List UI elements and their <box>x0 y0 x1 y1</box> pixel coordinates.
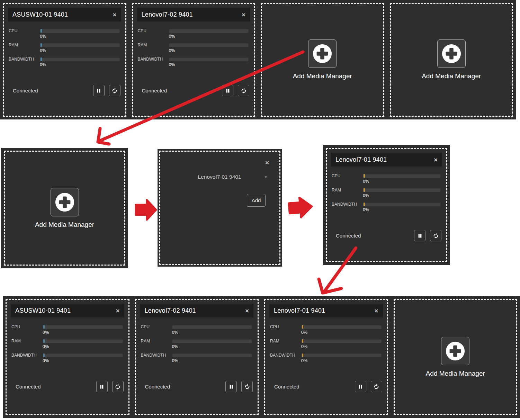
metric-row: CPU 0% <box>332 173 441 187</box>
metric-row: CPU 0% <box>138 28 250 42</box>
metric-label: BANDWIDTH <box>141 353 166 358</box>
metric-value: 0% <box>172 330 178 335</box>
progress-bar <box>40 29 120 33</box>
add-media-manager-button[interactable] <box>308 39 337 68</box>
refresh-button[interactable] <box>430 230 441 241</box>
metric-value: 0% <box>363 193 369 198</box>
progress-bar <box>43 353 123 357</box>
annotation-block-arrow-right <box>136 200 156 220</box>
add-media-manager-button[interactable] <box>437 39 466 68</box>
card-header: LenovoI7-02 9401 × <box>137 8 250 21</box>
manager-select-value: LenovoI7-01 9401 <box>175 174 264 180</box>
progress-bar <box>169 57 249 61</box>
refresh-button[interactable] <box>371 381 382 392</box>
add-media-manager-label: Add Media Manager <box>293 72 352 80</box>
card-footer: Connected <box>142 85 250 96</box>
manager-select[interactable]: LenovoI7-01 9401 ▼ <box>175 172 268 181</box>
plus-icon <box>441 44 461 64</box>
pause-button[interactable] <box>414 230 425 241</box>
metric-label: RAM <box>141 339 150 343</box>
metric-row: CPU 0% <box>11 324 124 338</box>
metric-row: BANDWIDTH 0% <box>141 352 253 367</box>
progress-bar <box>172 339 252 343</box>
metric-label: BANDWIDTH <box>9 57 34 62</box>
manager-title: LenovoI7-01 9401 <box>274 307 325 314</box>
add-media-manager-label: Add Media Manager <box>426 370 485 377</box>
metric-value: 0% <box>172 358 178 363</box>
close-icon[interactable]: × <box>113 11 116 18</box>
refresh-button[interactable] <box>238 85 249 96</box>
add-manager-card: Add Media Manager <box>258 0 387 119</box>
metric-value: 0% <box>169 48 175 53</box>
progress-tick <box>43 339 45 343</box>
refresh-button[interactable] <box>109 85 120 96</box>
progress-tick <box>41 43 42 47</box>
metric-label: CPU <box>141 324 150 329</box>
status-text: Connected <box>274 384 299 390</box>
close-icon[interactable]: × <box>116 307 119 314</box>
metric-value: 0% <box>169 34 175 39</box>
annotation-block-arrow-right <box>288 196 313 218</box>
metric-value: 0% <box>43 344 49 349</box>
metric-value: 0% <box>363 179 369 184</box>
status-text: Connected <box>145 384 170 390</box>
progress-bar <box>40 43 120 47</box>
manager-card: LenovoI7-02 9401 × CPU 0% RAM 0% <box>132 296 262 418</box>
metric-row: RAM 0% <box>9 42 120 56</box>
pause-button[interactable] <box>225 381 237 392</box>
metric-row: RAM 0% <box>138 42 250 56</box>
manager-title: ASUSW10-01 9401 <box>15 307 71 314</box>
metric-row: RAM 0% <box>141 338 253 352</box>
card-header: LenovoI7-02 9401 × <box>140 304 254 318</box>
pause-icon <box>358 384 363 389</box>
metric-row: CPU 0% <box>141 324 253 338</box>
close-icon[interactable]: × <box>242 11 245 18</box>
metric-row: BANDWIDTH 0% <box>332 202 441 216</box>
metrics: CPU 0% RAM 0% BANDWIDTH 0% <box>141 324 253 367</box>
progress-bar <box>363 188 441 192</box>
progress-bar <box>43 325 123 329</box>
progress-bar <box>363 174 441 178</box>
metric-label: RAM <box>11 339 21 343</box>
progress-bar <box>40 57 120 61</box>
close-icon[interactable]: × <box>434 157 438 163</box>
progress-bar <box>169 29 249 33</box>
pause-icon <box>229 384 234 389</box>
add-media-manager-button[interactable] <box>441 337 469 365</box>
add-manager-card: Add Media Manager <box>387 0 516 119</box>
close-icon[interactable]: × <box>374 307 378 314</box>
close-icon[interactable]: × <box>245 307 249 314</box>
progress-tick <box>302 339 303 343</box>
metric-row: CPU 0% <box>270 324 382 338</box>
metric-label: BANDWIDTH <box>270 353 295 358</box>
metrics: CPU 0% RAM 0% BANDWIDTH 0% <box>9 28 120 71</box>
pause-button[interactable] <box>355 381 366 392</box>
plus-icon <box>312 44 332 64</box>
add-media-manager-button[interactable] <box>51 188 79 216</box>
metric-label: BANDWIDTH <box>11 353 37 358</box>
close-icon[interactable]: × <box>265 159 269 166</box>
caret-down-icon: ▼ <box>264 175 268 179</box>
screenshot-canvas: ASUSW10-01 9401 × CPU 0% RAM 0% <box>0 0 520 420</box>
progress-bar <box>301 353 382 357</box>
manager-card: ASUSW10-01 9401 × CPU 0% RAM 0% <box>3 296 132 418</box>
status-text: Connected <box>336 233 361 239</box>
pause-button[interactable] <box>96 381 108 392</box>
refresh-button[interactable] <box>241 381 253 392</box>
annotation-arrowhead <box>319 279 341 293</box>
pause-button[interactable] <box>93 85 105 96</box>
metric-value: 0% <box>301 344 307 349</box>
progress-tick <box>302 354 303 357</box>
metric-value: 0% <box>43 358 49 363</box>
refresh-icon <box>374 384 379 390</box>
manager-row-top: ASUSW10-01 9401 × CPU 0% RAM 0% <box>0 0 516 119</box>
progress-bar <box>363 202 441 206</box>
plus-icon <box>55 192 75 212</box>
add-button[interactable]: Add <box>247 194 266 207</box>
refresh-icon <box>241 88 246 93</box>
pause-button[interactable] <box>222 85 233 96</box>
status-text: Connected <box>16 384 41 390</box>
refresh-button[interactable] <box>112 381 124 392</box>
card-footer: Connected <box>16 381 124 392</box>
metric-value: 0% <box>40 48 46 53</box>
